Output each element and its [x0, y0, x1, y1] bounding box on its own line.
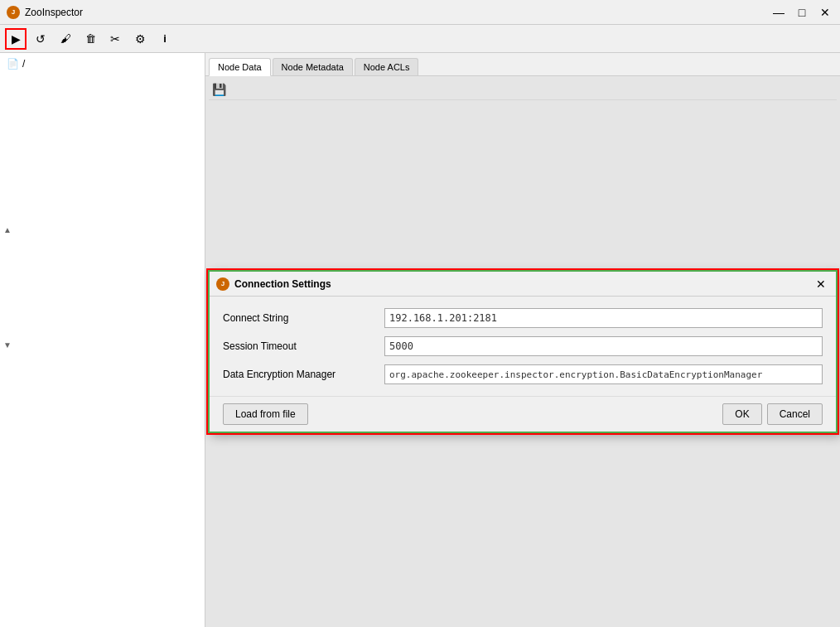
- session-timeout-row: Session Timeout: [223, 336, 823, 356]
- scroll-indicator-top: ▲: [3, 225, 12, 234]
- title-bar: J ZooInspector — □ ✕: [0, 0, 840, 25]
- connect-string-label: Connect String: [223, 312, 376, 324]
- right-content: Node Data Node Metadata Node ACLs 💾 J: [205, 53, 840, 627]
- session-timeout-label: Session Timeout: [223, 340, 376, 352]
- dialog-title-left: J Connection Settings: [216, 277, 331, 291]
- dialog-icon: J: [216, 277, 229, 291]
- load-from-file-button[interactable]: Load from file: [223, 403, 308, 425]
- refresh-icon: ↺: [36, 32, 46, 46]
- modal-overlay: J Connection Settings ✕ Connect String: [205, 76, 840, 627]
- connect-string-row: Connect String: [223, 308, 823, 328]
- cut-button[interactable]: ✂: [104, 28, 126, 50]
- encryption-manager-row: Data Encryption Manager: [223, 364, 823, 384]
- encryption-manager-label: Data Encryption Manager: [223, 369, 376, 380]
- dialog-title: Connection Settings: [234, 278, 331, 290]
- app-icon: J: [7, 6, 20, 19]
- delete-button[interactable]: 🗑: [80, 28, 101, 50]
- cut-icon: ✂: [110, 32, 120, 46]
- ok-button[interactable]: OK: [722, 403, 761, 425]
- tab-node-data[interactable]: Node Data: [209, 58, 271, 76]
- refresh-button[interactable]: ↺: [30, 28, 51, 50]
- tab-node-data-label: Node Data: [218, 62, 262, 72]
- settings-icon: ⚙: [135, 32, 146, 46]
- encryption-manager-input[interactable]: [384, 364, 823, 384]
- app-title: ZooInspector: [25, 7, 83, 18]
- dialog-footer-right: OK Cancel: [722, 403, 823, 425]
- minimize-button[interactable]: —: [770, 4, 787, 21]
- tab-node-metadata-label: Node Metadata: [282, 62, 344, 72]
- close-button[interactable]: ✕: [817, 4, 833, 21]
- connect-button[interactable]: ▶: [5, 28, 27, 50]
- brush-icon: 🖌: [60, 32, 71, 45]
- title-bar-controls: — □ ✕: [770, 4, 833, 21]
- settings-button[interactable]: ⚙: [129, 28, 151, 50]
- dialog-close-button[interactable]: ✕: [813, 276, 829, 292]
- connection-settings-dialog: J Connection Settings ✕ Connect String: [208, 270, 838, 433]
- sidebar-tree-area[interactable]: 📄 /: [0, 53, 205, 627]
- tab-node-metadata[interactable]: Node Metadata: [273, 58, 353, 75]
- content-area: 💾 J Connection Settings ✕: [205, 76, 840, 627]
- brush-button[interactable]: 🖌: [55, 28, 76, 50]
- scroll-indicator-mid: ▼: [3, 340, 12, 350]
- tree-root-label: /: [22, 58, 25, 70]
- maximize-button[interactable]: □: [794, 4, 810, 21]
- info-icon: i: [163, 32, 167, 45]
- connect-icon: ▶: [12, 32, 21, 46]
- tree-root-icon: 📄: [7, 58, 19, 70]
- cancel-button[interactable]: Cancel: [767, 403, 823, 425]
- tree-root-node[interactable]: 📄 /: [3, 56, 201, 71]
- toolbar: ▶ ↺ 🖌 🗑 ✂ ⚙ i: [0, 25, 840, 53]
- tab-node-acls[interactable]: Node ACLs: [355, 58, 419, 75]
- left-sidebar: 📄 / ▲ ▼: [0, 53, 205, 627]
- main-layout: 📄 / ▲ ▼ Node Data Node Metadata Node ACL…: [0, 53, 840, 627]
- title-bar-left: J ZooInspector: [7, 6, 83, 19]
- connect-string-input[interactable]: [384, 308, 823, 328]
- info-button[interactable]: i: [154, 28, 176, 50]
- dialog-body: Connect String Session Timeout Data Encr…: [210, 297, 836, 396]
- dialog-title-bar: J Connection Settings ✕: [210, 272, 836, 297]
- delete-icon: 🗑: [85, 32, 96, 45]
- session-timeout-input[interactable]: [384, 336, 823, 356]
- dialog-footer: Load from file OK Cancel: [210, 396, 836, 432]
- tabs-bar: Node Data Node Metadata Node ACLs: [205, 53, 840, 76]
- tab-node-acls-label: Node ACLs: [364, 62, 410, 72]
